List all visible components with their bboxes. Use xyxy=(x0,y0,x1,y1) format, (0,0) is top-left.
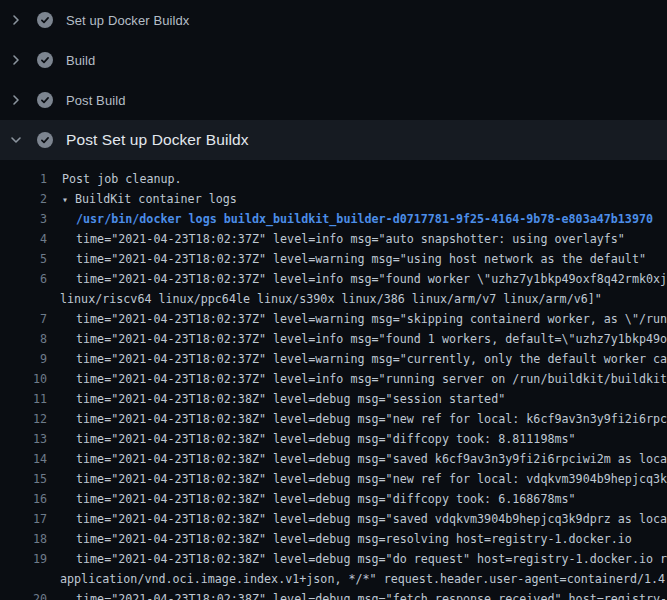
log-line: 4time="2021-04-23T18:02:37Z" level=info … xyxy=(0,229,667,249)
log-text: time="2021-04-23T18:02:38Z" level=debug … xyxy=(47,489,667,509)
line-number[interactable]: 15 xyxy=(0,469,47,489)
log-text: Post job cleanup. xyxy=(47,169,667,189)
log-text: time="2021-04-23T18:02:38Z" level=debug … xyxy=(47,409,667,429)
line-number[interactable]: 13 xyxy=(0,429,47,449)
log-line-continuation: application/vnd.oci.image.index.v1+json,… xyxy=(0,569,667,589)
log-text: time="2021-04-23T18:02:38Z" level=debug … xyxy=(47,549,667,569)
line-number[interactable]: 19 xyxy=(0,549,47,569)
check-circle-icon xyxy=(37,132,53,148)
log-viewer: 1Post job cleanup.2▾BuildKit container l… xyxy=(0,160,667,600)
log-line: 2▾BuildKit container logs xyxy=(0,189,667,209)
log-text: time="2021-04-23T18:02:37Z" level=warnin… xyxy=(47,249,667,269)
line-number[interactable]: 14 xyxy=(0,449,47,469)
check-circle-icon xyxy=(37,92,53,108)
log-line: 19time="2021-04-23T18:02:38Z" level=debu… xyxy=(0,549,667,569)
log-line: 9time="2021-04-23T18:02:37Z" level=warni… xyxy=(0,349,667,369)
line-number xyxy=(0,289,47,309)
command-text: /usr/bin/docker logs buildx_buildkit_bui… xyxy=(47,209,667,229)
log-line: 14time="2021-04-23T18:02:38Z" level=debu… xyxy=(0,449,667,469)
line-number[interactable]: 12 xyxy=(0,409,47,429)
line-number[interactable]: 8 xyxy=(0,329,47,349)
log-text: time="2021-04-23T18:02:38Z" level=debug … xyxy=(47,449,667,469)
chevron-right-icon[interactable] xyxy=(8,52,24,68)
line-number[interactable]: 7 xyxy=(0,309,47,329)
chevron-right-icon[interactable] xyxy=(8,92,24,108)
log-text: time="2021-04-23T18:02:37Z" level=info m… xyxy=(47,329,667,349)
log-line: 18time="2021-04-23T18:02:38Z" level=debu… xyxy=(0,529,667,549)
log-text: time="2021-04-23T18:02:37Z" level=warnin… xyxy=(47,349,667,369)
log-text: time="2021-04-23T18:02:37Z" level=info m… xyxy=(47,369,667,389)
line-number[interactable]: 6 xyxy=(0,269,47,289)
log-line: 1Post job cleanup. xyxy=(0,169,667,189)
triangle-down-icon: ▾ xyxy=(62,194,68,205)
line-number xyxy=(0,569,47,589)
log-text: linux/riscv64 linux/ppc64le linux/s390x … xyxy=(47,289,667,309)
line-number[interactable]: 16 xyxy=(0,489,47,509)
line-number[interactable]: 1 xyxy=(0,169,47,189)
log-text: time="2021-04-23T18:02:38Z" level=debug … xyxy=(47,589,667,600)
log-line: 11time="2021-04-23T18:02:38Z" level=debu… xyxy=(0,389,667,409)
log-line-continuation: linux/riscv64 linux/ppc64le linux/s390x … xyxy=(0,289,667,309)
log-line: 20time="2021-04-23T18:02:38Z" level=debu… xyxy=(0,589,667,600)
log-line: 17time="2021-04-23T18:02:38Z" level=debu… xyxy=(0,509,667,529)
step-section-set-up-docker-buildx[interactable]: Set up Docker Buildx xyxy=(0,0,667,40)
log-text: time="2021-04-23T18:02:37Z" level=info m… xyxy=(47,229,667,249)
step-section-label: Set up Docker Buildx xyxy=(66,13,189,28)
line-number[interactable]: 10 xyxy=(0,369,47,389)
check-circle-icon xyxy=(37,12,53,28)
log-line: 16time="2021-04-23T18:02:38Z" level=debu… xyxy=(0,489,667,509)
chevron-down-icon[interactable] xyxy=(8,132,24,148)
step-section-label: Build xyxy=(66,53,95,68)
line-number[interactable]: 4 xyxy=(0,229,47,249)
chevron-right-icon[interactable] xyxy=(8,12,24,28)
line-number[interactable]: 5 xyxy=(0,249,47,269)
step-section-post-set-up-docker-buildx[interactable]: Post Set up Docker Buildx xyxy=(0,120,667,160)
step-sections-list: Set up Docker BuildxBuildPost BuildPost … xyxy=(0,0,667,160)
step-section-post-build[interactable]: Post Build xyxy=(0,80,667,120)
log-text: time="2021-04-23T18:02:37Z" level=info m… xyxy=(47,269,667,289)
log-group-toggle[interactable]: ▾BuildKit container logs xyxy=(47,189,667,209)
log-line: 5time="2021-04-23T18:02:37Z" level=warni… xyxy=(0,249,667,269)
line-number[interactable]: 18 xyxy=(0,529,47,549)
log-text: application/vnd.oci.image.index.v1+json,… xyxy=(47,569,667,589)
log-text: time="2021-04-23T18:02:38Z" level=debug … xyxy=(47,529,667,549)
log-text: time="2021-04-23T18:02:38Z" level=debug … xyxy=(47,469,667,489)
log-text: time="2021-04-23T18:02:37Z" level=warnin… xyxy=(47,309,667,329)
step-section-label: Post Build xyxy=(66,93,126,108)
log-line: 3/usr/bin/docker logs buildx_buildkit_bu… xyxy=(0,209,667,229)
log-line: 10time="2021-04-23T18:02:37Z" level=info… xyxy=(0,369,667,389)
log-line: 12time="2021-04-23T18:02:38Z" level=debu… xyxy=(0,409,667,429)
line-number[interactable]: 3 xyxy=(0,209,47,229)
log-text: time="2021-04-23T18:02:38Z" level=debug … xyxy=(47,389,667,409)
log-text: time="2021-04-23T18:02:38Z" level=debug … xyxy=(47,429,667,449)
log-text: time="2021-04-23T18:02:38Z" level=debug … xyxy=(47,509,667,529)
line-number[interactable]: 17 xyxy=(0,509,47,529)
log-line: 8time="2021-04-23T18:02:37Z" level=info … xyxy=(0,329,667,349)
line-number[interactable]: 11 xyxy=(0,389,47,409)
log-group-label: BuildKit container logs xyxy=(75,192,237,206)
line-number[interactable]: 20 xyxy=(0,589,47,600)
line-number[interactable]: 2 xyxy=(0,189,47,209)
log-line: 15time="2021-04-23T18:02:38Z" level=debu… xyxy=(0,469,667,489)
line-number[interactable]: 9 xyxy=(0,349,47,369)
log-line: 6time="2021-04-23T18:02:37Z" level=info … xyxy=(0,269,667,289)
step-section-build[interactable]: Build xyxy=(0,40,667,80)
check-circle-icon xyxy=(37,52,53,68)
log-line: 13time="2021-04-23T18:02:38Z" level=debu… xyxy=(0,429,667,449)
step-section-label: Post Set up Docker Buildx xyxy=(66,131,249,149)
log-line: 7time="2021-04-23T18:02:37Z" level=warni… xyxy=(0,309,667,329)
